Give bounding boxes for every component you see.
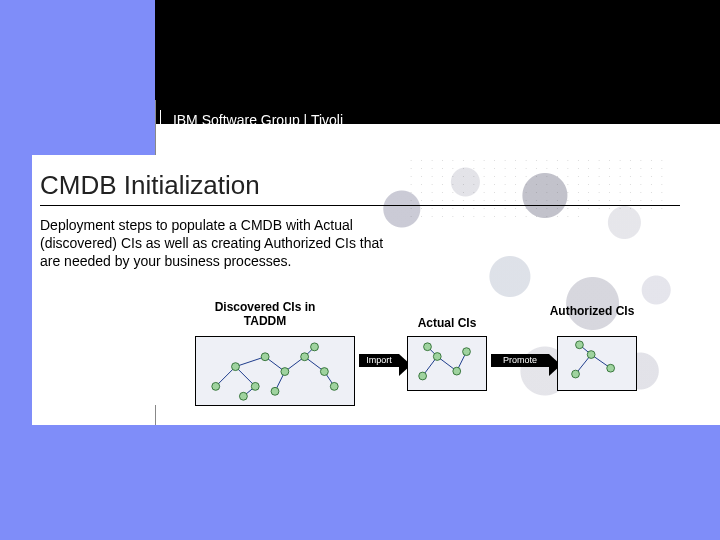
svg-point-7	[301, 353, 309, 361]
slide-background	[0, 0, 720, 540]
svg-point-11	[419, 372, 427, 380]
divider-vertical-bottom	[155, 405, 156, 425]
stage-label-discovered: Discovered CIs in TADDM	[205, 300, 325, 328]
slide-content: CMDB Initialization Deployment steps to …	[40, 170, 680, 270]
svg-point-15	[463, 348, 471, 356]
graph-actual-icon	[408, 337, 486, 391]
breadcrumb-text: IBM Software Group | Tivoli	[173, 112, 343, 128]
breadcrumb-rule	[160, 110, 161, 130]
arrow-import-label: Import	[366, 355, 392, 365]
svg-point-5	[281, 368, 289, 376]
arrow-import: Import	[359, 354, 399, 367]
svg-point-13	[424, 343, 432, 351]
graph-authorized-icon	[558, 337, 636, 391]
bg-blue-bottom	[155, 425, 720, 540]
stage-label-authorized: Authorized CIs	[547, 304, 637, 318]
title-underline	[40, 205, 680, 206]
svg-point-18	[576, 341, 584, 349]
svg-point-0	[212, 382, 220, 390]
slide-body-text: Deployment steps to populate a CMDB with…	[40, 216, 400, 270]
svg-point-6	[271, 387, 279, 395]
arrow-promote-label: Promote	[503, 355, 537, 365]
svg-point-19	[607, 364, 615, 372]
svg-point-2	[251, 382, 259, 390]
stage-label-actual: Actual CIs	[407, 316, 487, 330]
divider-vertical-top	[155, 100, 156, 155]
svg-point-1	[232, 363, 240, 371]
svg-point-4	[261, 353, 269, 361]
stage-box-actual	[407, 336, 487, 391]
svg-point-8	[311, 343, 319, 351]
svg-point-12	[433, 353, 441, 361]
graph-discovered-icon	[196, 337, 354, 406]
svg-point-9	[320, 368, 328, 376]
svg-point-17	[587, 351, 595, 359]
breadcrumb: IBM Software Group | Tivoli	[160, 110, 343, 130]
stage-box-authorized	[557, 336, 637, 391]
svg-point-3	[239, 392, 247, 400]
svg-point-10	[330, 382, 338, 390]
stage-box-discovered	[195, 336, 355, 406]
page-title: CMDB Initialization	[40, 170, 680, 201]
svg-point-14	[453, 367, 461, 375]
cmdb-flow-diagram: Discovered CIs in TADDM Actual CIs Autho…	[195, 300, 695, 420]
bg-black-top	[155, 0, 720, 124]
arrow-promote: Promote	[491, 354, 549, 367]
svg-point-16	[572, 370, 580, 378]
